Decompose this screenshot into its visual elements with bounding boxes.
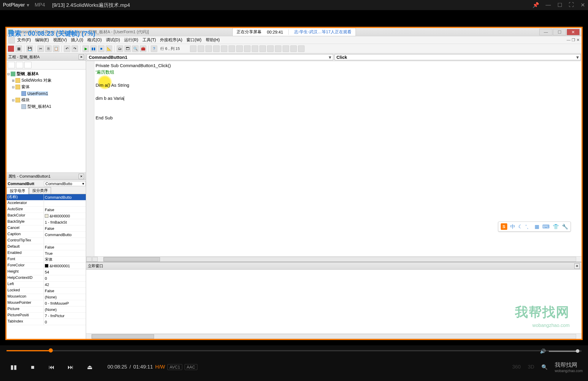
property-row[interactable]: Height54: [7, 269, 86, 275]
maximize-icon[interactable]: ☐: [557, 2, 562, 8]
minimize-icon[interactable]: —: [546, 2, 551, 8]
property-row[interactable]: MousePointer0 - fmMouseP: [7, 300, 86, 306]
code-hscrollbar[interactable]: [86, 256, 581, 262]
menu-addins[interactable]: 外接程序(A): [158, 37, 184, 43]
video-canvas[interactable]: 搜索：00:08:23 (关键帧) (7%) Microsoft Visual …: [0, 10, 588, 345]
volume-knob[interactable]: [576, 349, 579, 353]
tb-toolbox-icon[interactable]: 🧰: [140, 45, 146, 52]
ime-softkb-icon[interactable]: ▦: [535, 224, 539, 230]
property-row[interactable]: Accelerator: [7, 200, 86, 207]
tree-project-root[interactable]: ⊟型钢_板材A: [7, 71, 85, 77]
stop-button[interactable]: ■: [24, 360, 41, 374]
tb-paste-icon[interactable]: 📋: [53, 45, 59, 52]
code-editor[interactable]: Private Sub CommandButton1_Click() '遍历数组…: [86, 61, 581, 262]
tb-save-icon[interactable]: 💾: [26, 45, 33, 52]
vr360-icon[interactable]: 360: [512, 364, 521, 370]
scrollbar-thumb[interactable]: [104, 257, 160, 261]
menu-run[interactable]: 运行(R): [122, 37, 140, 43]
3d-icon[interactable]: 3D: [528, 364, 534, 370]
mdi-minimize-icon[interactable]: —: [567, 38, 570, 42]
tb-project-icon[interactable]: 🗂: [117, 45, 123, 52]
property-row[interactable]: TabIndex0: [7, 319, 86, 325]
tb-properties-icon[interactable]: 🗔: [124, 45, 131, 52]
properties-pane-close-icon[interactable]: ✕: [79, 174, 84, 179]
tb-extra-icon[interactable]: [198, 45, 204, 52]
volume-slider[interactable]: [549, 351, 581, 352]
share-viewers[interactable]: 志-学生-武汉…等17人正在观看: [294, 29, 351, 35]
tree-item-userform1[interactable]: UserForm1: [7, 90, 85, 97]
next-button[interactable]: ⏭: [62, 360, 79, 374]
immediate-hscrollbar[interactable]: [86, 333, 581, 339]
tab-alphabetic[interactable]: 按字母序: [7, 187, 28, 194]
tree-folder-modules[interactable]: ⊟模块: [7, 97, 85, 103]
tree-item-module1[interactable]: 型钢_板材A1: [7, 103, 85, 110]
immediate-pane-close-icon[interactable]: ✕: [574, 263, 580, 269]
tb-extra-icon[interactable]: [259, 45, 266, 52]
eject-button[interactable]: ⏏: [81, 360, 98, 374]
tb-extra-icon[interactable]: [205, 45, 212, 52]
tb-extra-icon[interactable]: [221, 45, 227, 52]
vbe-close-button[interactable]: ✕: [567, 29, 580, 35]
tb-help-icon[interactable]: ?: [151, 45, 157, 52]
tb-extra-icon[interactable]: [283, 45, 289, 52]
mdi-close-icon[interactable]: ✕: [576, 38, 580, 42]
tb-extra-icon[interactable]: [298, 45, 305, 52]
tb-undo-icon[interactable]: ↶: [64, 45, 70, 52]
code-text[interactable]: Private Sub CommandButton1_Click() '遍历数组…: [96, 62, 581, 121]
chevron-down-icon[interactable]: ▾: [82, 181, 84, 186]
potplayer-logo[interactable]: PotPlayer: [3, 2, 25, 8]
property-row[interactable]: DefaultFalse: [7, 244, 86, 250]
project-pane-title[interactable]: 工程 - 型钢_板材A ✕: [7, 53, 86, 61]
property-row[interactable]: ControlTipTex: [7, 238, 86, 244]
search-icon[interactable]: 🔍: [541, 364, 548, 370]
mdi-restore-icon[interactable]: ❐: [572, 38, 575, 42]
property-row[interactable]: Picture(None): [7, 306, 86, 313]
tab-categorized[interactable]: 按分类序: [29, 187, 51, 194]
fullscreen-icon[interactable]: ⛶: [569, 2, 574, 8]
code-procedure-dropdown[interactable]: Click▾: [335, 54, 581, 60]
tb-extra-icon[interactable]: [252, 45, 258, 52]
tb-sw-icon[interactable]: [8, 45, 14, 52]
ime-moon-icon[interactable]: ☾: [518, 224, 523, 230]
sogou-ime-toolbar[interactable]: S 中 ☾ '、 ▦ ⌨ 👕 🔧: [498, 222, 571, 232]
ime-punct-icon[interactable]: '、: [526, 223, 532, 230]
seek-bar[interactable]: 🔊: [0, 345, 588, 357]
volume-icon[interactable]: 🔊: [540, 348, 546, 354]
property-row[interactable]: ForeColor&H8000001: [7, 263, 86, 269]
view-code-icon[interactable]: [8, 62, 15, 68]
tree-folder-swobjects[interactable]: ⊞SolidWorks 对象: [7, 77, 85, 84]
view-object-icon[interactable]: [16, 62, 23, 68]
hw-decode-badge[interactable]: H/W: [155, 364, 165, 370]
tb-run-icon[interactable]: ▶: [83, 45, 89, 52]
tree-folder-forms[interactable]: ⊟窗体: [7, 84, 85, 90]
property-row[interactable]: Left42: [7, 282, 86, 288]
menu-tools[interactable]: 工具(T): [141, 37, 158, 43]
tb-extra-icon[interactable]: [213, 45, 220, 52]
immediate-window[interactable]: 我帮找网 wobangzhao.com: [86, 270, 581, 339]
tb-redo-icon[interactable]: ↷: [72, 45, 78, 52]
properties-pane-title[interactable]: 属性 - CommandButton1 ✕: [7, 173, 86, 180]
sogou-logo-icon[interactable]: S: [501, 223, 507, 230]
property-row[interactable]: Font宋体: [7, 257, 86, 263]
video-codec-badge[interactable]: AVC1: [167, 364, 182, 370]
seek-knob[interactable]: [49, 348, 53, 352]
property-row[interactable]: BackColor&H8000000: [7, 213, 86, 219]
vbe-minimize-button[interactable]: —: [539, 29, 552, 35]
property-row[interactable]: CancelFalse: [7, 225, 86, 232]
pause-button[interactable]: ▮▮: [5, 360, 22, 374]
tb-break-icon[interactable]: ▮▮: [90, 45, 97, 52]
property-row[interactable]: CaptionCommandButto: [7, 232, 86, 238]
ime-skin-icon[interactable]: 👕: [553, 224, 559, 230]
code-object-dropdown[interactable]: CommandButton1▾: [87, 54, 333, 60]
property-row[interactable]: (名称)CommandButto: [7, 194, 86, 200]
properties-object-selector[interactable]: CommandButt CommandButto▾: [7, 180, 86, 187]
property-row[interactable]: HelpContextID0: [7, 275, 86, 282]
tb-extra-icon[interactable]: [290, 45, 297, 52]
project-pane-close-icon[interactable]: ✕: [79, 54, 84, 60]
procedure-view-icon[interactable]: [86, 257, 92, 262]
property-row[interactable]: MouseIcon(None): [7, 294, 86, 300]
menu-help[interactable]: 帮助(H): [204, 37, 221, 43]
tb-design-icon[interactable]: 📐: [106, 45, 112, 52]
pin-icon[interactable]: 📌: [532, 2, 539, 8]
close-icon[interactable]: ✕: [581, 2, 585, 8]
